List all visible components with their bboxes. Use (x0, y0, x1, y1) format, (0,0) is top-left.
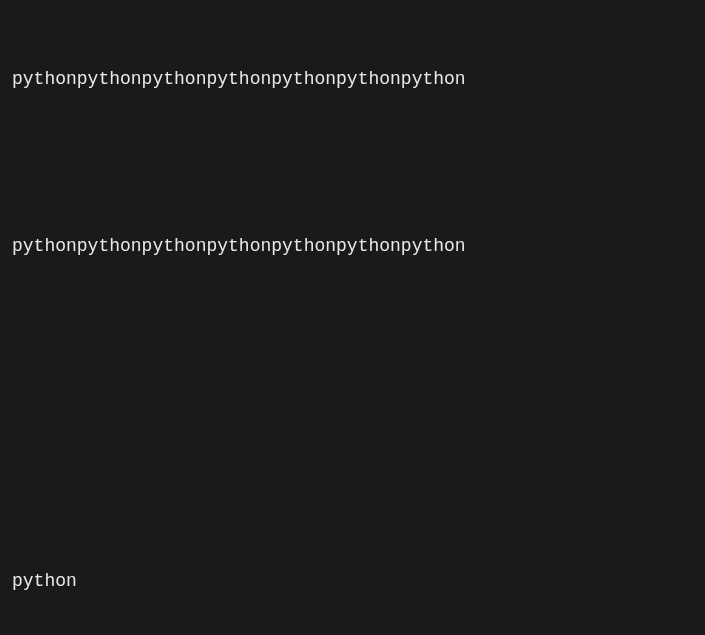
output-line: python (12, 568, 693, 596)
output-line (12, 400, 693, 428)
output-line (12, 149, 693, 177)
console-output: pythonpythonpythonpythonpythonpythonpyth… (12, 10, 693, 635)
output-line: pythonpythonpythonpythonpythonpythonpyth… (12, 66, 693, 94)
output-line (12, 484, 693, 512)
output-line: pythonpythonpythonpythonpythonpythonpyth… (12, 233, 693, 261)
output-line (12, 317, 693, 345)
